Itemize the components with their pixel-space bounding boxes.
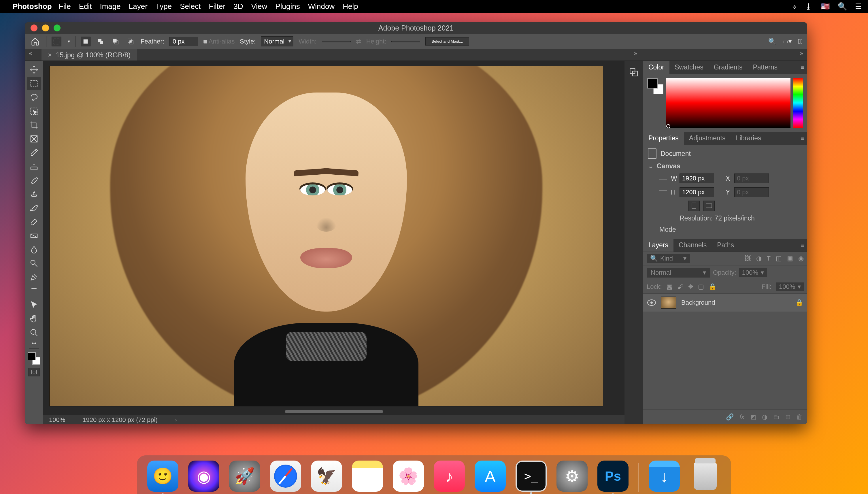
dock-photos[interactable]: 🌸 <box>393 460 424 492</box>
tab-patterns[interactable]: Patterns <box>748 61 783 74</box>
width-field[interactable]: 1920 px <box>679 173 714 183</box>
crop-tool[interactable] <box>27 118 41 132</box>
sync-icon[interactable]: ⭳ <box>805 2 812 11</box>
orientation-landscape-icon[interactable] <box>703 201 715 211</box>
tab-paths[interactable]: Paths <box>712 239 739 252</box>
delete-layer-icon[interactable]: 🗑 <box>796 413 803 421</box>
color-fg-bg[interactable] <box>647 78 663 94</box>
zoom-level[interactable]: 100% <box>49 416 65 424</box>
dock-mail[interactable]: 🦅 <box>311 460 342 492</box>
layer-mask-icon[interactable]: ◩ <box>750 413 756 421</box>
menu-select[interactable]: Select <box>180 2 200 11</box>
mode-label[interactable]: Mode <box>648 226 803 233</box>
opacity-field[interactable]: 100%▾ <box>739 268 767 277</box>
menu-file[interactable]: File <box>59 2 71 11</box>
filter-toggle-icon[interactable]: ◉ <box>798 255 804 262</box>
eyedropper-tool[interactable] <box>27 146 41 159</box>
collapse-left-icon[interactable]: « <box>29 50 32 56</box>
dock-launchpad[interactable]: 🚀 <box>229 460 260 492</box>
new-selection-icon[interactable] <box>81 37 91 46</box>
link-wh-icon[interactable] <box>659 179 667 191</box>
history-brush-tool[interactable] <box>27 202 41 215</box>
horizontal-scrollbar[interactable] <box>43 408 624 415</box>
color-spectrum[interactable] <box>666 78 790 128</box>
lock-pixels-icon[interactable]: 🖌 <box>677 283 683 290</box>
tab-libraries[interactable]: Libraries <box>731 132 766 145</box>
dock-terminal[interactable]: >_ <box>516 460 547 492</box>
hand-tool[interactable] <box>27 312 41 325</box>
filter-smart-icon[interactable]: ▣ <box>787 255 793 262</box>
cc-icon[interactable]: ⟐ <box>792 2 797 11</box>
menu-edit[interactable]: Edit <box>79 2 92 11</box>
dock-finder[interactable]: 🙂 <box>147 460 178 492</box>
lock-artboard-icon[interactable]: ▢ <box>698 283 704 290</box>
blend-mode-select[interactable]: Normal▾ <box>647 268 710 278</box>
window-minimize-button[interactable] <box>42 24 49 32</box>
link-layers-icon[interactable]: 🔗 <box>726 413 734 421</box>
collapse-right-icon[interactable]: » <box>800 50 803 56</box>
menu-type[interactable]: Type <box>156 2 172 11</box>
hue-strip[interactable] <box>793 78 803 128</box>
tab-layers[interactable]: Layers <box>643 239 674 252</box>
tab-swatches[interactable]: Swatches <box>670 61 709 74</box>
frame-tool[interactable] <box>27 132 41 146</box>
edit-toolbar-icon[interactable]: ••• <box>27 340 41 347</box>
marquee-tool-indicator-icon[interactable] <box>52 37 61 46</box>
dock-siri[interactable]: ◉ <box>188 460 219 492</box>
layer-thumbnail[interactable] <box>661 297 676 309</box>
filter-pixel-icon[interactable]: 🖼 <box>745 255 751 262</box>
intersect-selection-icon[interactable] <box>126 37 135 46</box>
subtract-from-selection-icon[interactable] <box>111 37 120 46</box>
height-field[interactable]: 1200 px <box>679 187 714 197</box>
menu-filter[interactable]: Filter <box>209 2 225 11</box>
add-to-selection-icon[interactable] <box>96 37 105 46</box>
gradient-tool[interactable] <box>27 229 41 242</box>
layer-visibility-icon[interactable] <box>647 300 656 306</box>
select-and-mask-button[interactable]: Select and Mask... <box>425 37 469 45</box>
menu-view[interactable]: View <box>251 2 267 11</box>
status-more-icon[interactable]: › <box>175 416 177 424</box>
dock-trash[interactable] <box>690 460 721 492</box>
dock-safari[interactable] <box>270 460 301 492</box>
app-name[interactable]: Photoshop <box>13 2 52 11</box>
brush-tool[interactable] <box>27 174 41 187</box>
filter-adjust-icon[interactable]: ◑ <box>756 255 761 262</box>
spotlight-icon[interactable]: 🔍 <box>838 2 847 11</box>
workspace-switcher-icon[interactable]: ▭▾ <box>783 38 792 45</box>
flag-us-icon[interactable]: 🇺🇸 <box>821 2 830 11</box>
menu-plugins[interactable]: Plugins <box>275 2 300 11</box>
filter-shape-icon[interactable]: ◫ <box>776 255 782 262</box>
tab-channels[interactable]: Channels <box>674 239 712 252</box>
fill-field[interactable]: 100%▾ <box>776 282 804 291</box>
tab-properties[interactable]: Properties <box>643 132 684 145</box>
orientation-portrait-icon[interactable] <box>688 201 700 211</box>
lasso-tool[interactable] <box>27 91 41 104</box>
layer-locked-icon[interactable]: 🔒 <box>795 299 803 306</box>
lock-all-icon[interactable]: 🔒 <box>709 283 716 290</box>
type-tool[interactable] <box>27 284 41 298</box>
panel-menu-icon[interactable]: ≡ <box>801 135 804 142</box>
eraser-tool[interactable] <box>27 215 41 229</box>
dodge-tool[interactable] <box>27 257 41 270</box>
control-center-icon[interactable]: ☰ <box>855 2 862 11</box>
menu-layer[interactable]: Layer <box>129 2 148 11</box>
canvas-section-toggle[interactable]: ⌄ Canvas <box>648 162 803 170</box>
collapse-mid-icon[interactable]: » <box>634 50 637 56</box>
dock-settings[interactable]: ⚙︎ <box>557 460 587 492</box>
move-tool[interactable] <box>27 63 41 76</box>
menu-image[interactable]: Image <box>100 2 120 11</box>
layer-name[interactable]: Background <box>681 299 715 306</box>
layer-fx-icon[interactable]: fx <box>739 413 745 421</box>
style-select[interactable]: Normal <box>261 36 293 46</box>
window-zoom-button[interactable] <box>54 24 60 32</box>
tab-adjustments[interactable]: Adjustments <box>684 132 731 145</box>
lock-transparent-icon[interactable]: ▩ <box>667 283 673 290</box>
lock-position-icon[interactable]: ✥ <box>688 283 693 290</box>
object-select-tool[interactable] <box>27 104 41 118</box>
tab-color[interactable]: Color <box>643 61 670 74</box>
zoom-tool[interactable] <box>27 326 41 339</box>
close-tab-icon[interactable]: × <box>48 51 52 59</box>
panel-menu-icon[interactable]: ≡ <box>801 242 804 249</box>
pen-tool[interactable] <box>27 271 41 284</box>
filter-type-icon[interactable]: T <box>767 255 771 262</box>
